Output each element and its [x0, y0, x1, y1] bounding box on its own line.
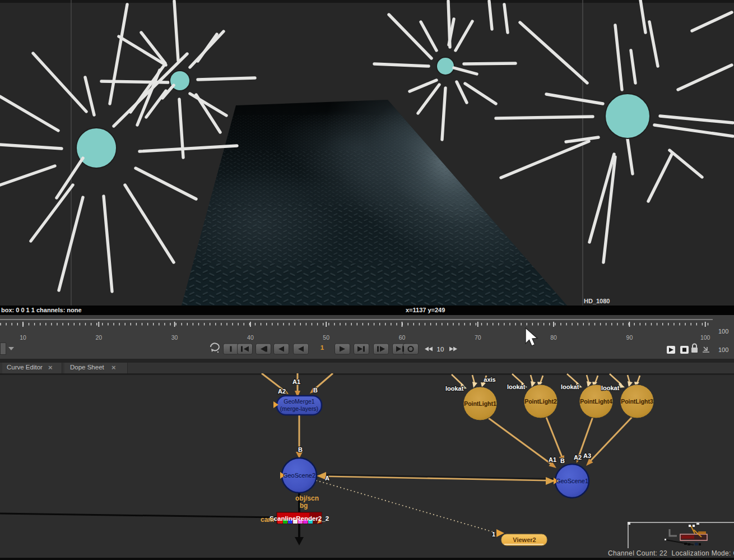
svg-text:(merge-layers): (merge-layers) [280, 405, 318, 412]
svg-text:ScanlineRender2_2: ScanlineRender2_2 [270, 515, 329, 522]
svg-text:B: B [298, 446, 303, 453]
svg-text:PointLight4: PointLight4 [580, 398, 612, 405]
svg-text:Viewer2: Viewer2 [513, 536, 536, 543]
svg-text:lookat: lookat [507, 383, 526, 390]
svg-text:A3: A3 [583, 452, 591, 459]
svg-text:A1: A1 [292, 378, 300, 385]
svg-text:Channel Count: 22 Localizatio: Channel Count: 22 Localization Mode: On [608, 549, 734, 557]
svg-text:bg: bg [300, 502, 308, 510]
svg-text:GeoMerge1: GeoMerge1 [284, 398, 315, 405]
svg-text:PointLight3: PointLight3 [621, 398, 653, 405]
svg-text:A2: A2 [574, 454, 582, 461]
svg-text:B: B [313, 387, 318, 394]
svg-text:10: 10 [437, 346, 444, 353]
svg-text:GeoScene1: GeoScene1 [556, 478, 588, 484]
svg-text:HD_1080: HD_1080 [584, 298, 610, 304]
svg-text:A2: A2 [278, 388, 286, 395]
svg-text:PointLight1: PointLight1 [464, 400, 496, 407]
svg-text:lookat: lookat [561, 383, 579, 390]
svg-text:B: B [560, 457, 565, 464]
svg-text:lookat: lookat [445, 385, 464, 392]
svg-text:axis: axis [484, 376, 495, 383]
svg-text:cam: cam [261, 516, 274, 524]
svg-text:A1: A1 [549, 456, 556, 463]
svg-text:A: A [325, 475, 329, 482]
svg-text:1: 1 [492, 531, 495, 538]
svg-text:GeoScene2: GeoScene2 [283, 472, 315, 479]
svg-text:obj/scn: obj/scn [295, 494, 319, 502]
svg-text:PointLight2: PointLight2 [524, 398, 557, 405]
svg-text:lookat: lookat [601, 385, 620, 391]
